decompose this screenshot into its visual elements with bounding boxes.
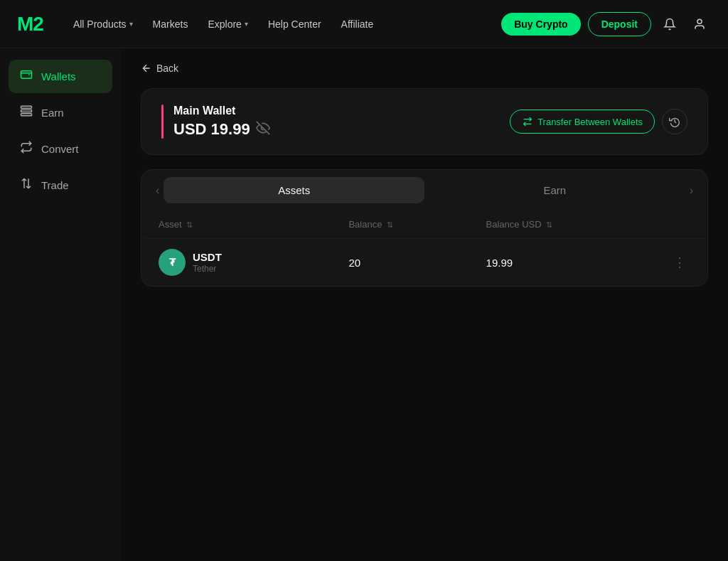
wallet-balance-value: USD 19.99 [173, 120, 250, 139]
sidebar-item-trade[interactable]: Trade [9, 169, 112, 202]
sidebar-label-convert: Convert [41, 143, 79, 155]
wallet-info: Main Wallet USD 19.99 [161, 105, 270, 139]
chevron-down-icon: ▾ [129, 20, 133, 28]
hide-balance-button[interactable] [256, 121, 270, 139]
svg-rect-3 [21, 110, 32, 112]
table-row: ₮ USDT Tether 20 19.99 ⋮ [144, 239, 705, 286]
svg-text:₮: ₮ [169, 257, 176, 268]
asset-info: USDT Tether [193, 251, 222, 274]
back-button[interactable]: Back [141, 63, 708, 74]
arrow-left-icon [141, 63, 152, 74]
svg-rect-1 [21, 71, 32, 79]
svg-rect-2 [21, 106, 32, 108]
row-actions-button[interactable]: ⋮ [669, 255, 690, 270]
tab-assets[interactable]: Assets [164, 177, 424, 203]
svg-point-0 [697, 19, 702, 23]
wallet-card: Main Wallet USD 19.99 [141, 88, 708, 155]
user-profile-button[interactable] [688, 13, 711, 36]
col-header-balance: Balance ⇅ [341, 219, 486, 230]
sidebar-item-earn[interactable]: Earn [9, 96, 112, 129]
transfer-label: Transfer Between Wallets [537, 117, 643, 127]
sidebar: Wallets Earn Convert [0, 48, 121, 561]
sort-balance-usd-icon[interactable]: ⇅ [546, 220, 552, 229]
assets-table: Asset ⇅ Balance ⇅ Balance USD ⇅ [141, 210, 707, 286]
history-icon [669, 116, 680, 127]
nav-all-products[interactable]: All Products ▾ [66, 14, 140, 34]
nav-help-center[interactable]: Help Center [261, 14, 328, 34]
deposit-button[interactable]: Deposit [588, 12, 651, 36]
sidebar-item-wallets[interactable]: Wallets [9, 60, 112, 93]
trade-icon [18, 177, 34, 193]
sidebar-label-wallets: Wallets [41, 70, 76, 82]
history-button[interactable] [662, 109, 687, 134]
nav-affiliate[interactable]: Affiliate [334, 14, 381, 34]
asset-name: Tether [193, 264, 222, 274]
col-header-balance-usd: Balance USD ⇅ [486, 219, 669, 230]
asset-cell: ₮ USDT Tether [159, 249, 341, 276]
usdt-icon: ₮ [164, 254, 181, 271]
chevron-down-icon: ▾ [245, 20, 248, 28]
main-nav: All Products ▾ Markets Explore ▾ Help Ce… [66, 14, 501, 34]
nav-explore[interactable]: Explore ▾ [200, 14, 255, 34]
buy-crypto-button[interactable]: Buy Crypto [501, 13, 580, 36]
earn-icon [18, 105, 34, 121]
tabs-next-button[interactable]: › [685, 181, 697, 200]
wallet-accent-bar [161, 105, 164, 139]
sidebar-label-trade: Trade [41, 179, 69, 191]
balance-usd-value: 19.99 [486, 257, 669, 269]
col-header-asset: Asset ⇅ [159, 219, 341, 230]
tabs-row: Assets Earn [164, 177, 685, 203]
wallet-details: Main Wallet USD 19.99 [173, 105, 270, 139]
transfer-icon [522, 116, 533, 127]
nav-markets[interactable]: Markets [146, 14, 196, 34]
table-header: Asset ⇅ Balance ⇅ Balance USD ⇅ [144, 210, 705, 239]
notifications-button[interactable] [658, 13, 681, 36]
wallet-actions: Transfer Between Wallets [510, 109, 687, 134]
transfer-button[interactable]: Transfer Between Wallets [510, 109, 655, 134]
balance-value: 20 [341, 257, 486, 269]
main-content: Back Main Wallet USD 19.99 [121, 48, 728, 561]
convert-icon [18, 141, 34, 157]
main-layout: Wallets Earn Convert [0, 48, 728, 561]
usdt-logo: ₮ [159, 249, 186, 276]
tabs-header: ‹ Assets Earn › [141, 170, 707, 210]
sidebar-label-earn: Earn [41, 107, 64, 119]
sidebar-item-convert[interactable]: Convert [9, 132, 112, 166]
tab-earn[interactable]: Earn [424, 177, 685, 203]
sort-asset-icon[interactable]: ⇅ [186, 220, 193, 229]
back-label: Back [156, 63, 178, 74]
sort-balance-icon[interactable]: ⇅ [387, 220, 393, 229]
tabs-container: ‹ Assets Earn › Asset ⇅ [141, 169, 708, 287]
wallet-title: Main Wallet [173, 105, 270, 117]
wallet-balance: USD 19.99 [173, 120, 270, 139]
svg-rect-4 [21, 114, 32, 116]
header-actions: Buy Crypto Deposit [501, 12, 711, 36]
tabs-prev-button[interactable]: ‹ [151, 181, 164, 200]
asset-symbol: USDT [193, 251, 222, 263]
wallets-icon [18, 68, 34, 85]
header: M2 All Products ▾ Markets Explore ▾ Help… [0, 0, 728, 48]
logo[interactable]: M2 [17, 13, 43, 36]
